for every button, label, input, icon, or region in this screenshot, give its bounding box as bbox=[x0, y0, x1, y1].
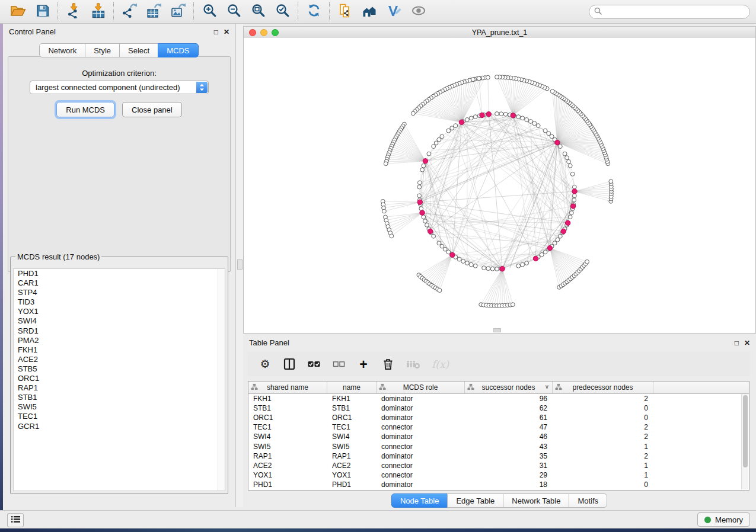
run-mcds-button[interactable]: Run MCDS bbox=[56, 102, 114, 117]
cell-name: YOX1 bbox=[327, 471, 377, 479]
table-row[interactable]: STB1STB1dominator620 bbox=[248, 403, 749, 413]
mcds-result-item[interactable]: STP4 bbox=[14, 288, 225, 297]
select-all-icon[interactable] bbox=[307, 357, 321, 371]
network-window-titlebar[interactable]: YPA_prune.txt_1 bbox=[244, 27, 755, 39]
mcds-result-item[interactable]: FKH1 bbox=[14, 345, 225, 355]
export-network-button[interactable] bbox=[117, 2, 142, 22]
deselect-all-icon[interactable] bbox=[332, 357, 346, 371]
save-button[interactable] bbox=[30, 2, 55, 22]
table-row[interactable]: SWI4SWI4dominator462 bbox=[248, 432, 749, 441]
table-row[interactable]: ORC1ORC1dominator610 bbox=[248, 413, 749, 422]
gear-icon[interactable]: ⚙ bbox=[259, 357, 272, 371]
column-header-MCDS-role[interactable]: MCDS role bbox=[377, 382, 465, 393]
mcds-result-item[interactable]: SWI5 bbox=[14, 402, 225, 412]
houses-icon bbox=[362, 4, 378, 20]
mcds-result-item[interactable]: TEC1 bbox=[14, 412, 225, 421]
zoom-selected-button[interactable] bbox=[270, 2, 295, 22]
mcds-result-item[interactable]: TID3 bbox=[14, 297, 225, 307]
criterion-dropdown[interactable]: largest connected component (undirected) bbox=[30, 81, 209, 94]
list-icon bbox=[11, 515, 20, 525]
maximize-window-icon[interactable] bbox=[272, 29, 279, 36]
copy-document-button[interactable] bbox=[333, 2, 358, 22]
node-table[interactable]: shared namenameMCDS rolesuccessor nodes∨… bbox=[248, 381, 749, 491]
float-table-panel-icon[interactable]: □ bbox=[735, 339, 739, 347]
mcds-result-item[interactable]: SWI4 bbox=[14, 316, 225, 326]
mcds-result-item[interactable]: ORC1 bbox=[14, 374, 225, 383]
panel-splitter[interactable] bbox=[236, 24, 243, 507]
close-panel-button[interactable]: Close panel bbox=[122, 102, 182, 117]
import-table-button[interactable] bbox=[86, 2, 110, 22]
zoom-out-button[interactable] bbox=[222, 2, 246, 22]
mcds-result-item[interactable]: PMA2 bbox=[14, 336, 225, 345]
export-image-button[interactable] bbox=[166, 2, 190, 22]
table-panel: Table Panel □ ✕ ⚙+f(x) shared namenameMC… bbox=[243, 335, 756, 509]
column-header-shared-name[interactable]: shared name bbox=[248, 382, 327, 393]
cell-predecessor_nodes: 2 bbox=[553, 452, 653, 460]
search-box[interactable] bbox=[589, 5, 750, 19]
mcds-result-item[interactable]: YOX1 bbox=[14, 307, 225, 316]
float-panel-icon[interactable]: □ bbox=[214, 28, 218, 36]
table-row[interactable]: YOX1YOX1connector291 bbox=[248, 470, 749, 480]
optimization-criterion-label: Optimization criterion: bbox=[8, 69, 230, 78]
cell-mcds_role: connector bbox=[377, 443, 465, 451]
tab-edge-table[interactable]: Edge Table bbox=[447, 493, 503, 508]
delete-icon[interactable] bbox=[381, 357, 395, 371]
mcds-list-scrollbar[interactable] bbox=[218, 269, 225, 491]
mcds-result-item[interactable]: ACE2 bbox=[14, 355, 225, 364]
close-table-panel-icon[interactable]: ✕ bbox=[744, 339, 750, 347]
column-header-successor-nodes[interactable]: successor nodes∨ bbox=[465, 382, 553, 393]
visual-style-button[interactable] bbox=[382, 2, 406, 22]
table-row[interactable]: ACE2ACE2connector311 bbox=[248, 461, 749, 470]
close-panel-icon[interactable]: ✕ bbox=[224, 28, 229, 36]
tab-select[interactable]: Select bbox=[119, 43, 158, 57]
canvas-splitter-handle[interactable] bbox=[493, 328, 501, 332]
tab-motifs[interactable]: Motifs bbox=[569, 493, 607, 508]
export-table-button[interactable] bbox=[142, 2, 166, 22]
mcds-result-item[interactable]: RAP1 bbox=[14, 383, 225, 393]
refresh-button[interactable] bbox=[302, 2, 326, 22]
column-header-predecessor-nodes[interactable]: predecessor nodes bbox=[553, 382, 653, 393]
zoom-fit-button[interactable] bbox=[246, 2, 270, 22]
function-icon: f(x) bbox=[432, 357, 449, 371]
splitter-handle[interactable] bbox=[237, 259, 243, 270]
columns-icon[interactable] bbox=[283, 357, 296, 371]
memory-button[interactable]: Memory bbox=[697, 512, 750, 527]
tab-network[interactable]: Network bbox=[39, 43, 85, 57]
minimize-window-icon[interactable] bbox=[260, 29, 267, 36]
table-row[interactable]: TEC1TEC1connector472 bbox=[248, 422, 749, 432]
network-canvas[interactable] bbox=[244, 38, 755, 333]
mcds-result-item[interactable]: STB5 bbox=[14, 364, 225, 374]
open-file-button[interactable] bbox=[6, 2, 30, 22]
mcds-result-item[interactable]: SRD1 bbox=[14, 326, 225, 336]
table-row[interactable]: SWI5SWI5connector431 bbox=[248, 441, 749, 451]
task-history-button[interactable] bbox=[7, 513, 24, 527]
add-icon[interactable]: + bbox=[357, 357, 370, 371]
close-window-icon[interactable] bbox=[249, 29, 256, 36]
houses-button[interactable] bbox=[358, 2, 382, 22]
table-row[interactable]: PHD1PHD1dominator180 bbox=[248, 480, 749, 489]
desktop-wallpaper-bottom bbox=[0, 528, 756, 532]
column-label: shared name bbox=[267, 383, 308, 392]
table-scrollbar[interactable] bbox=[741, 394, 748, 489]
search-input[interactable] bbox=[605, 7, 745, 17]
mcds-panel-body: Optimization criterion: largest connecte… bbox=[8, 56, 231, 272]
table-scrollbar-thumb[interactable] bbox=[743, 395, 748, 467]
network-graph[interactable] bbox=[244, 38, 755, 333]
eye-button[interactable] bbox=[406, 2, 430, 22]
zoom-in-button[interactable] bbox=[197, 2, 222, 22]
tab-mcds[interactable]: MCDS bbox=[158, 43, 198, 57]
column-header-name[interactable]: name bbox=[327, 382, 377, 393]
tab-style[interactable]: Style bbox=[85, 43, 120, 57]
table-row[interactable]: RAP1RAP1dominator352 bbox=[248, 451, 749, 461]
table-row[interactable]: FKH1FKH1dominator962 bbox=[248, 394, 749, 403]
mcds-result-item[interactable]: PHD1 bbox=[14, 269, 225, 278]
tab-network-table[interactable]: Network Table bbox=[503, 493, 569, 508]
mcds-result-item[interactable]: GCR1 bbox=[14, 422, 225, 431]
mcds-result-list[interactable]: PHD1CAR1STP4TID3YOX1SWI4SRD1PMA2FKH1ACE2… bbox=[13, 268, 225, 491]
import-network-button[interactable] bbox=[62, 2, 86, 22]
tab-node-table[interactable]: Node Table bbox=[391, 493, 448, 508]
mcds-result-item[interactable]: CAR1 bbox=[14, 278, 225, 288]
cell-successor_nodes: 29 bbox=[465, 471, 553, 479]
cell-shared_name: ACE2 bbox=[248, 462, 327, 470]
mcds-result-item[interactable]: STB1 bbox=[14, 393, 225, 402]
